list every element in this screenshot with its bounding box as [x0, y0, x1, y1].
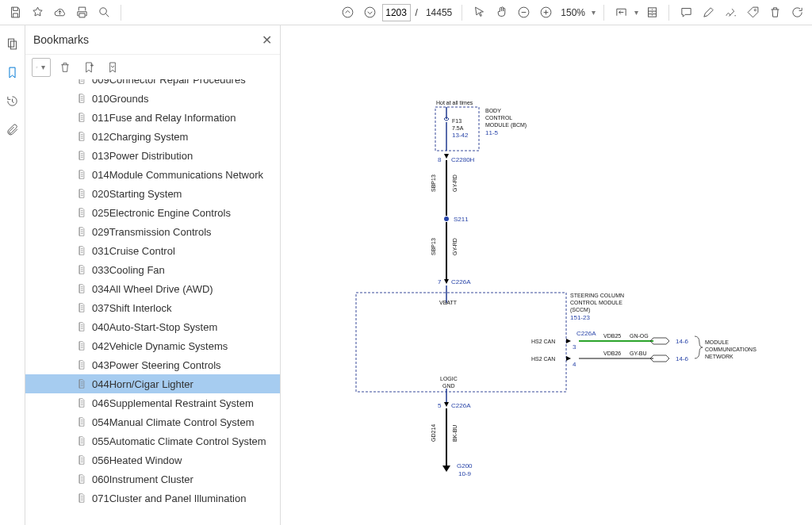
bookmark-page-icon	[76, 169, 87, 180]
svg-text:F13: F13	[452, 118, 462, 124]
bookmark-label: 011Fuse and Relay Information	[92, 112, 236, 124]
bookmark-item[interactable]: 046Supplemental Restraint System	[25, 393, 280, 412]
bookmark-list[interactable]: 009Connector Repair Procedures010Grounds…	[25, 79, 280, 525]
bookmark-label: 014Module Communications Network	[92, 169, 263, 181]
thumbnails-icon[interactable]	[4, 35, 21, 52]
bookmark-item[interactable]: 020Starting System	[25, 184, 280, 203]
svg-text:13-42: 13-42	[452, 132, 469, 139]
bookmark-item[interactable]: 040Auto-Start-Stop System	[25, 317, 280, 336]
bookmark-delete-button[interactable]	[56, 58, 75, 77]
history-icon[interactable]	[4, 92, 21, 109]
bookmark-item[interactable]: 055Automatic Climate Control System	[25, 431, 280, 450]
cabinet-button[interactable]	[642, 2, 662, 23]
bookmark-item[interactable]: 034All Wheel Drive (AWD)	[25, 279, 280, 298]
bookmark-item[interactable]: 010Grounds	[25, 89, 280, 108]
tag-button[interactable]	[742, 2, 763, 23]
bookmark-item[interactable]: 056Heated Window	[25, 450, 280, 469]
svg-marker-70	[442, 466, 450, 472]
svg-text:GY-BU: GY-BU	[630, 351, 647, 356]
bookmark-item[interactable]: 042Vehicle Dynamic Systems	[25, 336, 280, 355]
bookmark-expand-button[interactable]	[103, 58, 122, 77]
zoom-out-button[interactable]	[513, 2, 534, 23]
bookmark-item[interactable]: 009Connector Repair Procedures	[25, 79, 280, 89]
attachments-icon[interactable]	[4, 121, 21, 138]
zoom-dropdown-icon[interactable]: ▾	[590, 8, 597, 17]
svg-text:MODULE: MODULE	[705, 339, 729, 345]
svg-text:LOGIC: LOGIC	[440, 376, 458, 381]
comment-button[interactable]	[676, 2, 696, 23]
pencil-button[interactable]	[698, 2, 718, 23]
pointer-tool-button[interactable]	[469, 2, 489, 23]
bookmark-item[interactable]: 014Module Communications Network	[25, 165, 280, 184]
svg-text:8: 8	[438, 156, 442, 163]
bookmark-item[interactable]: 011Fuse and Relay Information	[25, 108, 280, 127]
panel-close-button[interactable]: ✕	[262, 33, 272, 48]
fit-width-button[interactable]	[611, 2, 631, 23]
bookmark-item[interactable]: 043Power Steering Controls	[25, 355, 280, 374]
page-down-button[interactable]	[360, 2, 381, 23]
bookmark-item[interactable]: 054Manual Climate Control System	[25, 412, 280, 431]
svg-point-0	[99, 8, 105, 14]
fit-dropdown-icon[interactable]: ▾	[633, 8, 640, 17]
svg-text:CONTROL MODULE: CONTROL MODULE	[570, 300, 622, 305]
bookmark-add-button[interactable]	[79, 58, 98, 77]
save-button[interactable]	[5, 2, 25, 23]
bookmark-item[interactable]: 031Cruise Control	[25, 241, 280, 260]
refresh-button[interactable]	[787, 2, 807, 23]
svg-marker-31	[444, 279, 449, 284]
svg-text:11-5: 11-5	[485, 129, 499, 136]
bookmark-item[interactable]: 013Power Distribution	[25, 146, 280, 165]
svg-text:NETWORK: NETWORK	[705, 354, 733, 359]
bookmark-label: 009Connector Repair Procedures	[92, 79, 246, 86]
zoom-level-label[interactable]: 150%	[557, 7, 588, 18]
bookmark-label: 034All Wheel Drive (AWD)	[92, 283, 213, 295]
bookmark-page-icon	[76, 359, 87, 370]
bookmark-label: 042Vehicle Dynamic Systems	[92, 340, 228, 352]
bookmark-label: 025Electronic Engine Controls	[92, 207, 231, 219]
bookmark-star-button[interactable]	[27, 2, 48, 23]
delete-button[interactable]	[764, 2, 785, 23]
svg-point-2	[365, 7, 375, 17]
bookmark-page-icon	[76, 188, 87, 199]
panel-title: Bookmarks	[33, 33, 89, 46]
svg-text:STEERING COLUMN: STEERING COLUMN	[570, 293, 624, 298]
bookmark-item[interactable]: 071Cluster and Panel Illumination	[25, 489, 280, 508]
bookmark-label: 043Power Steering Controls	[92, 359, 221, 371]
page-up-button[interactable]	[338, 2, 358, 23]
bookmark-item[interactable]: 012Charging System	[25, 127, 280, 146]
wiring-diagram: Hot at all times BODY CONTROL MODULE (BC…	[281, 25, 812, 525]
svg-marker-64	[444, 402, 449, 407]
zoom-in-button[interactable]	[535, 2, 556, 23]
svg-text:GND: GND	[442, 383, 455, 389]
bookmark-item[interactable]: 037Shift Interlock	[25, 298, 280, 317]
bookmark-page-icon	[76, 207, 87, 218]
svg-marker-20	[444, 154, 449, 159]
sign-button[interactable]	[720, 2, 741, 23]
svg-text:VDB26: VDB26	[603, 351, 621, 356]
bookmark-view-dropdown[interactable]: ▾	[32, 58, 51, 77]
svg-text:5: 5	[438, 402, 442, 409]
search-button[interactable]	[94, 2, 114, 23]
bookmark-page-icon	[76, 79, 87, 85]
bookmark-label: 012Charging System	[92, 131, 188, 143]
bookmark-item[interactable]: 044Horn/Cigar Lighter	[25, 374, 280, 393]
svg-text:BK-BU: BK-BU	[452, 425, 458, 442]
bookmark-page-icon	[76, 416, 87, 427]
page-number-input[interactable]	[382, 4, 411, 21]
bookmark-page-icon	[76, 492, 87, 504]
bookmark-item[interactable]: 029Transmission Controls	[25, 222, 280, 241]
bookmark-label: 031Cruise Control	[92, 245, 175, 257]
print-button[interactable]	[71, 2, 92, 23]
bookmark-item[interactable]: 025Electronic Engine Controls	[25, 203, 280, 222]
bookmark-item[interactable]: 060Instrument Cluster	[25, 469, 280, 489]
bookmarks-icon[interactable]	[4, 63, 21, 81]
document-viewport[interactable]: Hot at all times BODY CONTROL MODULE (BC…	[281, 25, 812, 525]
svg-text:GY-RD: GY-RD	[452, 238, 458, 255]
bookmark-page-icon	[76, 340, 87, 351]
svg-text:GN-OG: GN-OG	[630, 333, 649, 339]
bookmark-item[interactable]: 033Cooling Fan	[25, 260, 280, 279]
upload-cloud-button[interactable]	[49, 2, 70, 23]
svg-text:3: 3	[573, 343, 576, 351]
hand-tool-button[interactable]	[491, 2, 511, 23]
svg-text:14-6: 14-6	[676, 338, 689, 345]
